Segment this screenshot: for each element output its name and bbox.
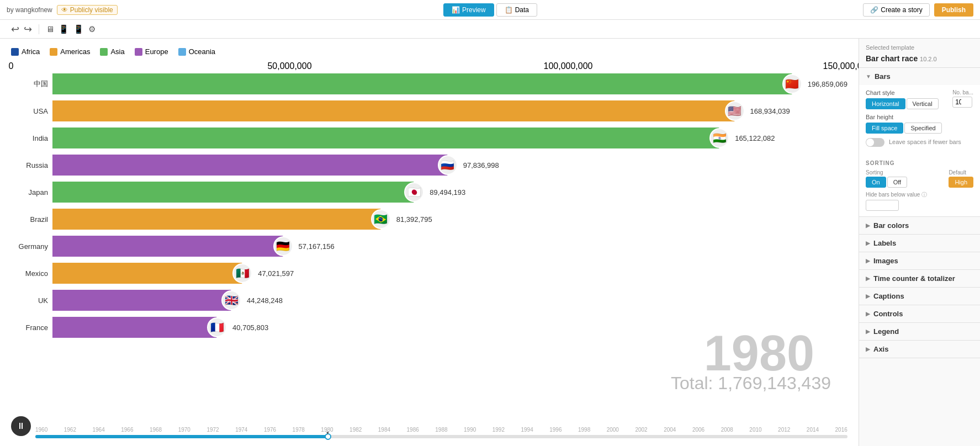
bars-section-header[interactable]: ▼ Bars	[859, 68, 980, 85]
axis-50m: 50,000,000	[267, 61, 311, 71]
captions-header[interactable]: ▶ Captions	[859, 288, 980, 305]
time-counter-header[interactable]: ▶ Time counter & totalizer	[859, 270, 980, 287]
bar-track: 🇲🇽 47,021,597	[52, 263, 847, 284]
year-1970: 1970	[178, 427, 190, 433]
desktop-icon[interactable]: 🖥	[46, 24, 54, 34]
bar-fill: 🇯🇵	[52, 182, 414, 203]
right-panel: Selected template Bar chart race 10.2.0 …	[859, 39, 980, 446]
bar-track: 🇺🇸 168,934,039	[52, 100, 847, 121]
settings-icon[interactable]: ⚙	[88, 24, 96, 34]
bar-colors-section: ▶ Bar colors	[859, 217, 980, 235]
controls-header[interactable]: ▶ Controls	[859, 305, 980, 322]
table-row: Brazil 🇧🇷 81,392,795	[11, 206, 847, 232]
sorting-off-btn[interactable]: Off	[887, 177, 907, 188]
create-story-button[interactable]: 🔗 Create a story	[863, 3, 929, 17]
year-1964: 1964	[92, 427, 104, 433]
leave-spaces-toggle[interactable]	[866, 138, 884, 147]
bar-fill: 🇩🇪	[52, 236, 283, 257]
template-name: Bar chart race 10.2.0	[859, 53, 980, 68]
high-btn[interactable]: High	[949, 177, 973, 188]
time-counter-section: ▶ Time counter & totalizer	[859, 270, 980, 288]
visibility-label: Publicly visible	[70, 6, 113, 14]
table-row: Germany 🇩🇪 57,167,156	[11, 233, 847, 259]
table-row: India 🇮🇳 165,122,082	[11, 125, 847, 151]
horizontal-btn[interactable]: Horizontal	[866, 98, 905, 109]
preview-icon: 📊	[452, 6, 460, 14]
table-row: France 🇫🇷 40,705,803	[11, 315, 847, 340]
bar-height-group: Bar height Fill space Specified	[866, 114, 973, 134]
timeline-track[interactable]: ▼	[35, 435, 847, 438]
pause-button[interactable]: ⏸	[11, 416, 31, 436]
sorting-on-btn[interactable]: On	[866, 177, 886, 188]
legend-label-africa: Africa	[22, 47, 40, 56]
toolbar: ↩ ↪ 🖥 📱 📱 ⚙	[0, 20, 980, 39]
hide-bars-input[interactable]	[866, 200, 899, 211]
captions-label: Captions	[873, 292, 904, 300]
story-icon: 🔗	[870, 6, 878, 14]
chart-style-label: Chart style	[866, 89, 939, 96]
legend-section: ▶ Legend	[859, 323, 980, 341]
labels-header[interactable]: ▶ Labels	[859, 235, 980, 252]
bar-track: 🇯🇵 89,494,193	[52, 182, 847, 203]
axis-header[interactable]: ▶ Axis	[859, 341, 980, 358]
legend-label-oceania: Oceania	[189, 47, 215, 56]
chevron-right-icon: ▶	[866, 258, 870, 264]
redo-icon[interactable]: ↪	[24, 23, 32, 35]
chevron-right-icon: ▶	[866, 328, 870, 334]
bar-fill: 🇷🇺	[52, 155, 448, 176]
top-bar-left: by wangkofnew 👁 Publicly visible	[7, 5, 118, 15]
timeline-area: ⏸ 1960 1962 1964 1966 1968 1970 1972 197…	[11, 427, 847, 440]
preview-tab[interactable]: 📊 Preview	[443, 3, 494, 17]
flag-icon: 🇯🇵	[404, 182, 424, 202]
bar-value: 81,392,795	[396, 215, 432, 224]
tablet-icon[interactable]: 📱	[59, 24, 69, 34]
country-label: France	[11, 323, 52, 332]
sorting-row: Sorting On Off Default High	[866, 169, 973, 188]
sorting-subsection: SORTING Sorting On Off Default High	[859, 156, 980, 216]
axis-150m: 150,000,000	[823, 61, 859, 71]
labels-section: ▶ Labels	[859, 235, 980, 252]
chart-style-row: Chart style Horizontal Vertical No. ba..…	[866, 89, 973, 109]
axis-100m: 100,000,000	[543, 61, 592, 71]
legend-dot-africa	[11, 48, 19, 56]
default-options: High	[949, 177, 973, 188]
legend-dot-americas	[50, 48, 57, 56]
chevron-right-icon: ▶	[866, 293, 870, 299]
no-bars-label: No. ba...	[952, 89, 973, 95]
bars-section-content: Chart style Horizontal Vertical No. ba..…	[859, 85, 980, 156]
sorting-group: Sorting On Off	[866, 169, 907, 188]
bar-fill: 🇮🇳	[52, 128, 719, 148]
bar-value: 165,122,082	[735, 134, 775, 142]
toggle-knob	[866, 139, 874, 146]
publish-button[interactable]: Publish	[934, 3, 973, 17]
legend-header[interactable]: ▶ Legend	[859, 323, 980, 340]
axis-section: ▶ Axis	[859, 341, 980, 358]
fill-space-btn[interactable]: Fill space	[866, 123, 903, 134]
mobile-icon[interactable]: 📱	[73, 24, 84, 34]
bar-colors-header[interactable]: ▶ Bar colors	[859, 217, 980, 234]
images-header[interactable]: ▶ Images	[859, 252, 980, 269]
bar-fill: 🇺🇸	[52, 100, 735, 121]
bar-track: 🇩🇪 57,167,156	[52, 236, 847, 257]
top-bar-actions: 🔗 Create a story Publish	[863, 3, 973, 17]
bars-section: ▼ Bars Chart style Horizontal Vertical N…	[859, 68, 980, 217]
chart-inner: 1980 Total: 1,769,143,439 中国 🇨🇳 196,859,…	[11, 71, 847, 422]
pause-icon: ⏸	[17, 421, 25, 431]
images-label: Images	[873, 257, 898, 265]
data-tab[interactable]: 📋 Data	[496, 3, 537, 17]
bar-fill: 🇨🇳	[52, 73, 792, 94]
flag-icon: 🇷🇺	[438, 155, 458, 175]
year-2000: 2000	[607, 427, 619, 433]
year-1996: 1996	[549, 427, 561, 433]
axis-0: 0	[9, 61, 14, 71]
undo-icon[interactable]: ↩	[11, 23, 19, 35]
sorting-options: On Off	[866, 177, 907, 188]
vertical-btn[interactable]: Vertical	[907, 98, 939, 109]
specified-btn[interactable]: Specified	[904, 123, 941, 134]
bar-colors-label: Bar colors	[873, 221, 909, 230]
country-label: Russia	[11, 161, 52, 169]
year-1988: 1988	[435, 427, 447, 433]
bar-track: 🇷🇺 97,836,998	[52, 155, 847, 176]
no-bars-input[interactable]	[952, 97, 972, 108]
bars-section-label: Bars	[875, 72, 891, 81]
